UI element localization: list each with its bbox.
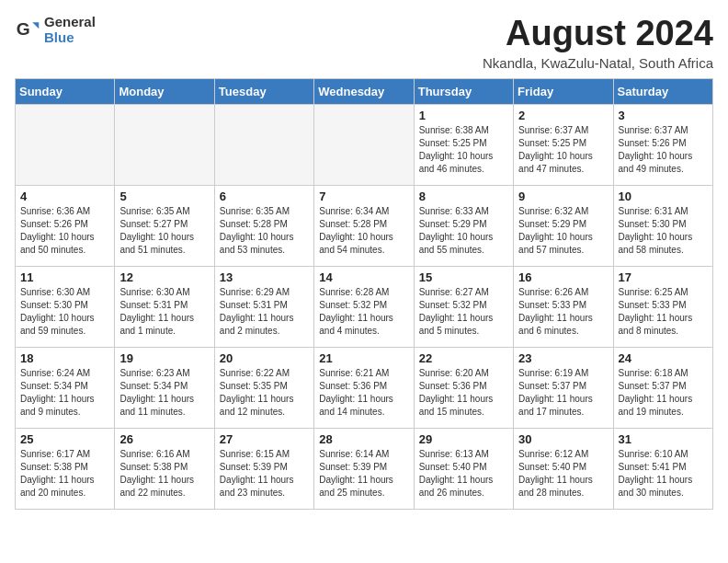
calendar-week-row: 25Sunrise: 6:17 AM Sunset: 5:38 PM Dayli… bbox=[16, 428, 713, 509]
day-number: 3 bbox=[619, 109, 708, 122]
day-info: Sunrise: 6:24 AM Sunset: 5:34 PM Dayligh… bbox=[20, 367, 109, 419]
day-info: Sunrise: 6:17 AM Sunset: 5:38 PM Dayligh… bbox=[20, 448, 109, 500]
calendar-cell: 28Sunrise: 6:14 AM Sunset: 5:39 PM Dayli… bbox=[314, 428, 414, 509]
calendar-cell: 25Sunrise: 6:17 AM Sunset: 5:38 PM Dayli… bbox=[16, 428, 115, 509]
calendar-cell: 4Sunrise: 6:36 AM Sunset: 5:26 PM Daylig… bbox=[16, 185, 115, 266]
logo-blue-text: Blue bbox=[44, 30, 96, 46]
day-info: Sunrise: 6:25 AM Sunset: 5:33 PM Dayligh… bbox=[619, 286, 708, 338]
day-info: Sunrise: 6:38 AM Sunset: 5:25 PM Dayligh… bbox=[419, 124, 508, 176]
calendar-cell: 8Sunrise: 6:33 AM Sunset: 5:29 PM Daylig… bbox=[414, 185, 513, 266]
day-number: 11 bbox=[20, 270, 109, 284]
calendar-cell bbox=[214, 104, 313, 185]
calendar-cell: 18Sunrise: 6:24 AM Sunset: 5:34 PM Dayli… bbox=[16, 347, 115, 428]
day-info: Sunrise: 6:37 AM Sunset: 5:25 PM Dayligh… bbox=[518, 124, 608, 176]
day-info: Sunrise: 6:35 AM Sunset: 5:28 PM Dayligh… bbox=[220, 205, 309, 257]
day-number: 16 bbox=[518, 270, 608, 284]
weekday-header: Tuesday bbox=[214, 78, 313, 104]
day-info: Sunrise: 6:35 AM Sunset: 5:27 PM Dayligh… bbox=[119, 205, 209, 257]
day-number: 19 bbox=[119, 351, 209, 365]
day-info: Sunrise: 6:14 AM Sunset: 5:39 PM Dayligh… bbox=[319, 448, 408, 500]
day-info: Sunrise: 6:13 AM Sunset: 5:40 PM Dayligh… bbox=[419, 448, 508, 500]
day-number: 21 bbox=[319, 351, 408, 365]
calendar-table: SundayMondayTuesdayWednesdayThursdayFrid… bbox=[15, 78, 713, 510]
day-info: Sunrise: 6:23 AM Sunset: 5:34 PM Dayligh… bbox=[119, 367, 209, 419]
day-info: Sunrise: 6:12 AM Sunset: 5:40 PM Dayligh… bbox=[518, 448, 608, 500]
day-number: 6 bbox=[220, 190, 309, 203]
day-number: 28 bbox=[319, 432, 408, 446]
day-number: 15 bbox=[419, 270, 508, 284]
calendar-cell: 1Sunrise: 6:38 AM Sunset: 5:25 PM Daylig… bbox=[414, 104, 513, 185]
weekday-header-row: SundayMondayTuesdayWednesdayThursdayFrid… bbox=[16, 78, 713, 104]
day-info: Sunrise: 6:21 AM Sunset: 5:36 PM Dayligh… bbox=[319, 367, 408, 419]
weekday-header: Thursday bbox=[414, 78, 513, 104]
calendar-cell: 2Sunrise: 6:37 AM Sunset: 5:25 PM Daylig… bbox=[514, 104, 613, 185]
calendar-cell: 3Sunrise: 6:37 AM Sunset: 5:26 PM Daylig… bbox=[613, 104, 712, 185]
weekday-header: Monday bbox=[115, 78, 214, 104]
month-title: August 2024 bbox=[483, 15, 713, 53]
day-info: Sunrise: 6:36 AM Sunset: 5:26 PM Dayligh… bbox=[20, 205, 109, 257]
day-info: Sunrise: 6:34 AM Sunset: 5:28 PM Dayligh… bbox=[319, 205, 408, 257]
day-number: 7 bbox=[319, 190, 408, 203]
day-number: 30 bbox=[518, 432, 608, 446]
calendar-cell: 20Sunrise: 6:22 AM Sunset: 5:35 PM Dayli… bbox=[214, 347, 313, 428]
day-number: 27 bbox=[220, 432, 309, 446]
day-info: Sunrise: 6:37 AM Sunset: 5:26 PM Dayligh… bbox=[619, 124, 708, 176]
day-number: 20 bbox=[220, 351, 309, 365]
calendar-cell: 23Sunrise: 6:19 AM Sunset: 5:37 PM Dayli… bbox=[514, 347, 613, 428]
calendar-cell: 27Sunrise: 6:15 AM Sunset: 5:39 PM Dayli… bbox=[214, 428, 313, 509]
day-number: 13 bbox=[220, 270, 309, 284]
calendar-cell: 19Sunrise: 6:23 AM Sunset: 5:34 PM Dayli… bbox=[115, 347, 214, 428]
day-info: Sunrise: 6:30 AM Sunset: 5:30 PM Dayligh… bbox=[20, 286, 109, 338]
day-info: Sunrise: 6:29 AM Sunset: 5:31 PM Dayligh… bbox=[220, 286, 309, 338]
logo-icon: G bbox=[15, 17, 40, 43]
day-info: Sunrise: 6:19 AM Sunset: 5:37 PM Dayligh… bbox=[518, 367, 608, 419]
day-info: Sunrise: 6:33 AM Sunset: 5:29 PM Dayligh… bbox=[419, 205, 508, 257]
day-info: Sunrise: 6:10 AM Sunset: 5:41 PM Dayligh… bbox=[619, 448, 708, 500]
calendar-cell: 26Sunrise: 6:16 AM Sunset: 5:38 PM Dayli… bbox=[115, 428, 214, 509]
day-number: 24 bbox=[619, 351, 708, 365]
calendar-cell: 6Sunrise: 6:35 AM Sunset: 5:28 PM Daylig… bbox=[214, 185, 313, 266]
calendar-cell: 11Sunrise: 6:30 AM Sunset: 5:30 PM Dayli… bbox=[16, 266, 115, 347]
day-info: Sunrise: 6:31 AM Sunset: 5:30 PM Dayligh… bbox=[619, 205, 708, 257]
calendar-cell: 21Sunrise: 6:21 AM Sunset: 5:36 PM Dayli… bbox=[314, 347, 414, 428]
day-info: Sunrise: 6:16 AM Sunset: 5:38 PM Dayligh… bbox=[119, 448, 209, 500]
calendar-cell: 15Sunrise: 6:27 AM Sunset: 5:32 PM Dayli… bbox=[414, 266, 513, 347]
weekday-header: Friday bbox=[514, 78, 613, 104]
day-info: Sunrise: 6:20 AM Sunset: 5:36 PM Dayligh… bbox=[419, 367, 508, 419]
weekday-header: Wednesday bbox=[314, 78, 414, 104]
svg-text:G: G bbox=[17, 19, 30, 39]
day-info: Sunrise: 6:32 AM Sunset: 5:29 PM Dayligh… bbox=[518, 205, 608, 257]
day-number: 5 bbox=[119, 190, 209, 203]
calendar-cell bbox=[314, 104, 414, 185]
calendar-week-row: 11Sunrise: 6:30 AM Sunset: 5:30 PM Dayli… bbox=[16, 266, 713, 347]
calendar-week-row: 1Sunrise: 6:38 AM Sunset: 5:25 PM Daylig… bbox=[16, 104, 713, 185]
day-info: Sunrise: 6:30 AM Sunset: 5:31 PM Dayligh… bbox=[119, 286, 209, 338]
weekday-header: Saturday bbox=[613, 78, 712, 104]
calendar-cell bbox=[115, 104, 214, 185]
logo-general-text: General bbox=[44, 15, 96, 30]
calendar-cell: 14Sunrise: 6:28 AM Sunset: 5:32 PM Dayli… bbox=[314, 266, 414, 347]
day-number: 4 bbox=[20, 190, 109, 203]
logo-text: General Blue bbox=[44, 15, 96, 45]
day-info: Sunrise: 6:18 AM Sunset: 5:37 PM Dayligh… bbox=[619, 367, 708, 419]
day-number: 14 bbox=[319, 270, 408, 284]
day-info: Sunrise: 6:26 AM Sunset: 5:33 PM Dayligh… bbox=[518, 286, 608, 338]
day-number: 29 bbox=[419, 432, 508, 446]
location: Nkandla, KwaZulu-Natal, South Africa bbox=[483, 55, 713, 71]
calendar-cell: 24Sunrise: 6:18 AM Sunset: 5:37 PM Dayli… bbox=[613, 347, 712, 428]
calendar-body: 1Sunrise: 6:38 AM Sunset: 5:25 PM Daylig… bbox=[16, 104, 713, 509]
title-block: August 2024 Nkandla, KwaZulu-Natal, Sout… bbox=[483, 15, 713, 71]
calendar-cell: 30Sunrise: 6:12 AM Sunset: 5:40 PM Dayli… bbox=[514, 428, 613, 509]
calendar-cell bbox=[16, 104, 115, 185]
day-number: 22 bbox=[419, 351, 508, 365]
day-number: 25 bbox=[20, 432, 109, 446]
day-number: 8 bbox=[419, 190, 508, 203]
calendar-cell: 5Sunrise: 6:35 AM Sunset: 5:27 PM Daylig… bbox=[115, 185, 214, 266]
calendar-header: SundayMondayTuesdayWednesdayThursdayFrid… bbox=[16, 78, 713, 104]
calendar-cell: 7Sunrise: 6:34 AM Sunset: 5:28 PM Daylig… bbox=[314, 185, 414, 266]
calendar-cell: 16Sunrise: 6:26 AM Sunset: 5:33 PM Dayli… bbox=[514, 266, 613, 347]
page-header: G General Blue August 2024 Nkandla, KwaZ… bbox=[15, 15, 713, 71]
day-number: 2 bbox=[518, 109, 608, 122]
weekday-header: Sunday bbox=[16, 78, 115, 104]
calendar-week-row: 4Sunrise: 6:36 AM Sunset: 5:26 PM Daylig… bbox=[16, 185, 713, 266]
